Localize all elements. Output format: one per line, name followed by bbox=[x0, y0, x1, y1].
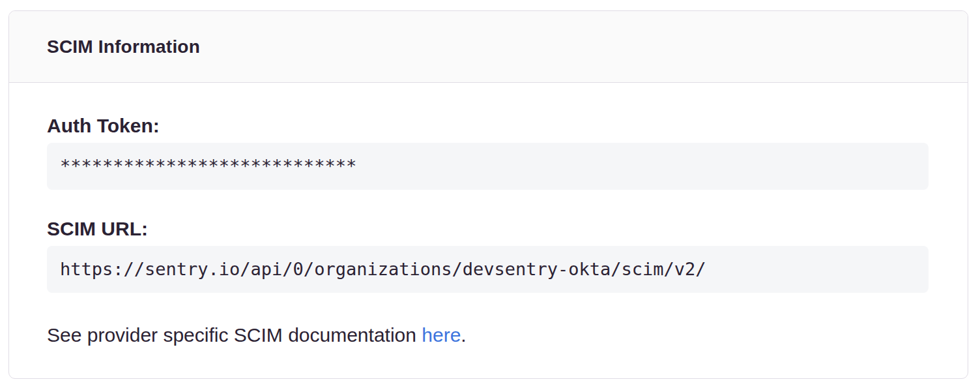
docs-text-after: . bbox=[461, 324, 466, 346]
auth-token-label: Auth Token: bbox=[47, 114, 929, 138]
panel-body: Auth Token: ****************************… bbox=[9, 83, 968, 378]
scim-information-panel: SCIM Information Auth Token: ***********… bbox=[8, 10, 968, 379]
scim-url-field-group: SCIM URL: https://sentry.io/api/0/organi… bbox=[47, 217, 929, 293]
scim-url-value: https://sentry.io/api/0/organizations/de… bbox=[47, 246, 929, 293]
scim-url-label: SCIM URL: bbox=[47, 217, 929, 241]
docs-link[interactable]: here bbox=[422, 324, 461, 346]
auth-token-field-group: Auth Token: **************************** bbox=[47, 114, 929, 190]
auth-token-value: **************************** bbox=[47, 143, 929, 190]
panel-title: SCIM Information bbox=[47, 37, 200, 57]
panel-header: SCIM Information bbox=[9, 11, 968, 83]
docs-sentence: See provider specific SCIM documentation… bbox=[47, 323, 929, 348]
docs-text-before: See provider specific SCIM documentation bbox=[47, 324, 422, 346]
